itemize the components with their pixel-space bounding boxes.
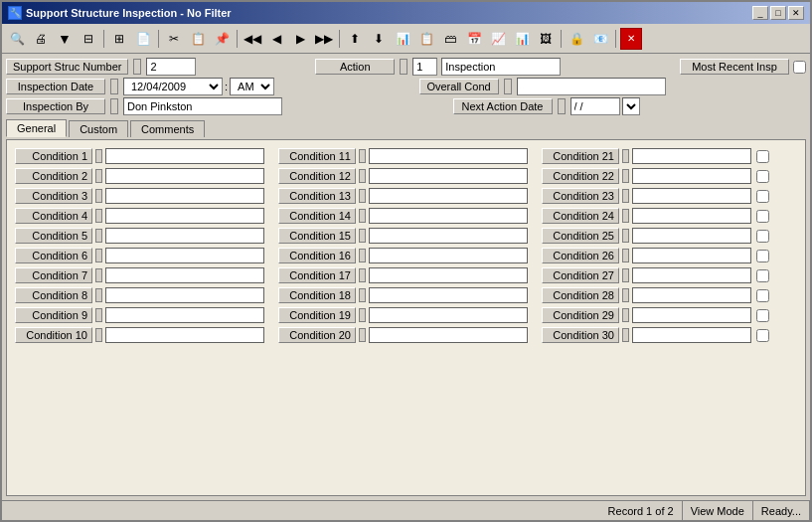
tb-web[interactable]: ✕: [620, 28, 642, 50]
condition-input[interactable]: [105, 168, 264, 184]
inspection-by-input[interactable]: [123, 97, 282, 115]
tb-filter[interactable]: ▼: [54, 28, 76, 50]
tb-img[interactable]: 🖼: [535, 28, 557, 50]
next-action-date-dropdown[interactable]: [622, 97, 640, 115]
condition-checkbox[interactable]: [756, 250, 769, 262]
condition-checkbox[interactable]: [756, 289, 769, 302]
window-controls: _ □ ✕: [752, 6, 804, 20]
condition-input[interactable]: [632, 168, 751, 184]
tb-form[interactable]: 📄: [132, 28, 154, 50]
condition-row: Condition 10: [15, 327, 270, 343]
condition-input[interactable]: [369, 188, 528, 204]
tb-lock[interactable]: 🔒: [566, 28, 587, 50]
condition-input[interactable]: [105, 228, 264, 244]
condition-input[interactable]: [369, 287, 528, 303]
condition-input[interactable]: [632, 228, 751, 244]
tab-custom[interactable]: Custom: [69, 120, 128, 137]
action-value-input[interactable]: [441, 58, 561, 76]
condition-label: Condition 1: [15, 148, 92, 164]
condition-input[interactable]: [105, 148, 264, 164]
tb-next[interactable]: ▶: [289, 28, 311, 50]
condition-checkbox[interactable]: [756, 269, 769, 282]
next-action-date-input[interactable]: [570, 97, 620, 115]
action-num-input[interactable]: [412, 58, 437, 76]
tb-mail[interactable]: 📧: [589, 28, 611, 50]
support-struc-number-input[interactable]: [146, 58, 196, 76]
content-area: Support Struc Number Action Most Recent …: [2, 54, 810, 500]
tab-comments[interactable]: Comments: [130, 120, 205, 137]
tb-up[interactable]: ⬆: [344, 28, 366, 50]
tb-grid[interactable]: ⊞: [108, 28, 130, 50]
condition-row: Condition 27: [542, 267, 797, 283]
tb-chart2[interactable]: 📋: [415, 28, 437, 50]
tb-bar[interactable]: 📊: [511, 28, 533, 50]
condition-input[interactable]: [632, 307, 751, 323]
condition-input[interactable]: [632, 188, 751, 204]
tb-filter2[interactable]: ⊟: [78, 28, 99, 50]
condition-input[interactable]: [105, 208, 264, 224]
condition-checkbox[interactable]: [756, 150, 769, 163]
tb-new[interactable]: 🔍: [6, 28, 28, 50]
tb-cut[interactable]: ✂: [163, 28, 185, 50]
tb-copy[interactable]: 📋: [187, 28, 209, 50]
condition-label: Condition 2: [15, 168, 92, 184]
condition-row: Condition 2: [15, 168, 270, 184]
condition-input[interactable]: [369, 208, 528, 224]
condition-input[interactable]: [632, 287, 751, 303]
condition-checkbox[interactable]: [756, 309, 769, 322]
tb-chart1[interactable]: 📊: [392, 28, 413, 50]
condition-input[interactable]: [369, 248, 528, 263]
condition-row: Condition 1: [15, 148, 270, 164]
condition-checkbox[interactable]: [756, 210, 769, 223]
condition-checkbox[interactable]: [756, 329, 769, 342]
conditions-grid: Condition 1Condition 2Condition 3Conditi…: [15, 148, 797, 487]
conditions-column-3: Condition 21Condition 22Condition 23Cond…: [542, 148, 797, 487]
condition-input[interactable]: [369, 267, 528, 283]
most-recent-insp-checkbox[interactable]: [793, 61, 806, 74]
tb-down[interactable]: ⬇: [368, 28, 390, 50]
tb-prev[interactable]: ◀: [265, 28, 287, 50]
condition-checkbox[interactable]: [756, 170, 769, 183]
overall-cond-input[interactable]: [517, 78, 666, 95]
colon-sep: :: [225, 81, 228, 92]
condition-row: Condition 4: [15, 208, 270, 224]
condition-input[interactable]: [632, 248, 751, 263]
condition-input[interactable]: [632, 148, 751, 164]
condition-input[interactable]: [632, 267, 751, 283]
condition-separator: [95, 308, 102, 322]
tb-report[interactable]: 🗃: [439, 28, 461, 50]
condition-label: Condition 11: [278, 148, 356, 164]
condition-checkbox[interactable]: [756, 230, 769, 243]
minimize-button[interactable]: _: [752, 6, 768, 20]
condition-input[interactable]: [105, 267, 264, 283]
tb-paste[interactable]: 📌: [211, 28, 233, 50]
condition-input[interactable]: [105, 307, 264, 323]
condition-input[interactable]: [105, 188, 264, 204]
close-button[interactable]: ✕: [788, 6, 804, 20]
condition-input[interactable]: [105, 248, 264, 263]
condition-checkbox[interactable]: [756, 190, 769, 203]
most-recent-insp-label: Most Recent Insp: [680, 59, 789, 75]
condition-input[interactable]: [632, 208, 751, 224]
condition-separator: [359, 249, 366, 262]
condition-input[interactable]: [105, 327, 264, 343]
condition-input[interactable]: [369, 148, 528, 164]
condition-input[interactable]: [369, 307, 528, 323]
condition-input[interactable]: [369, 228, 528, 244]
tb-print[interactable]: 🖨: [30, 28, 52, 50]
condition-label: Condition 6: [15, 248, 92, 263]
inspection-date-select[interactable]: 12/04/2009: [123, 78, 223, 95]
condition-input[interactable]: [369, 168, 528, 184]
condition-input[interactable]: [369, 327, 528, 343]
sep4: [339, 30, 340, 48]
app-icon: 🔧: [8, 6, 22, 20]
condition-input[interactable]: [632, 327, 751, 343]
tb-last[interactable]: ▶▶: [313, 28, 335, 50]
tb-cal[interactable]: 📅: [463, 28, 485, 50]
tab-general[interactable]: General: [6, 119, 67, 137]
inspection-ampm-select[interactable]: AM PM: [230, 78, 274, 95]
maximize-button[interactable]: □: [770, 6, 786, 20]
tb-first[interactable]: ◀◀: [242, 28, 263, 50]
condition-input[interactable]: [105, 287, 264, 303]
tb-graph[interactable]: 📈: [487, 28, 509, 50]
